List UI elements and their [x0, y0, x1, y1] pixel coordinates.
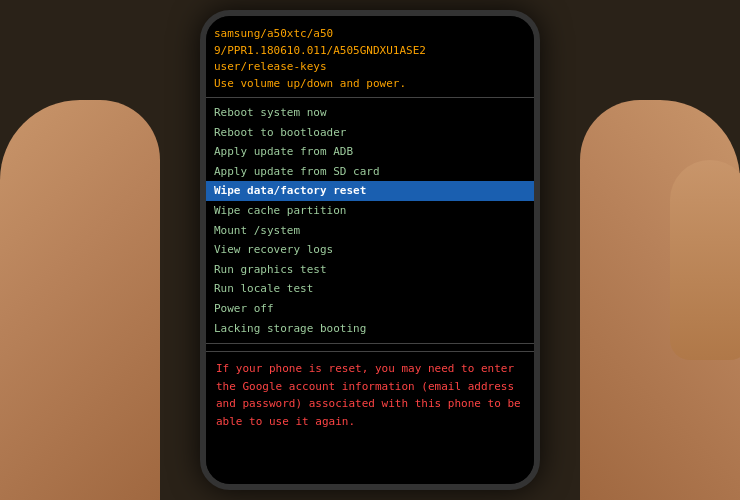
divider-bottom	[206, 343, 534, 344]
menu-item-apply-adb[interactable]: Apply update from ADB	[206, 142, 534, 162]
scene: samsung/a50xtc/a50 9/PPR1.180610.011/A50…	[0, 0, 740, 500]
menu-item-wipe-data[interactable]: Wipe data/factory reset	[206, 181, 534, 201]
menu-item-reboot-bootloader[interactable]: Reboot to bootloader	[206, 123, 534, 143]
phone-screen: samsung/a50xtc/a50 9/PPR1.180610.011/A50…	[206, 16, 534, 484]
hand-left	[0, 100, 160, 500]
header-line-4: Use volume up/down and power.	[214, 76, 526, 93]
menu-item-apply-sd[interactable]: Apply update from SD card	[206, 162, 534, 182]
warning-text: If your phone is reset, you may need to …	[216, 360, 524, 430]
menu-item-mount-system[interactable]: Mount /system	[206, 221, 534, 241]
header-line-3: user/release-keys	[214, 59, 526, 76]
header-line-1: samsung/a50xtc/a50	[214, 26, 526, 43]
menu-item-power-off[interactable]: Power off	[206, 299, 534, 319]
menu-item-graphics-test[interactable]: Run graphics test	[206, 260, 534, 280]
menu-item-locale-test[interactable]: Run locale test	[206, 279, 534, 299]
menu-item-reboot-system[interactable]: Reboot system now	[206, 103, 534, 123]
warning-section: If your phone is reset, you may need to …	[206, 351, 534, 438]
menu-item-view-logs[interactable]: View recovery logs	[206, 240, 534, 260]
recovery-header: samsung/a50xtc/a50 9/PPR1.180610.011/A50…	[206, 24, 534, 94]
phone: samsung/a50xtc/a50 9/PPR1.180610.011/A50…	[200, 10, 540, 490]
hand-right	[580, 100, 740, 500]
divider-top	[206, 97, 534, 98]
menu-list: Reboot system now Reboot to bootloader A…	[206, 101, 534, 340]
header-line-2: 9/PPR1.180610.011/A505GNDXU1ASE2	[214, 43, 526, 60]
menu-item-wipe-cache[interactable]: Wipe cache partition	[206, 201, 534, 221]
finger-right	[670, 160, 740, 360]
menu-item-lacking-storage[interactable]: Lacking storage booting	[206, 319, 534, 339]
